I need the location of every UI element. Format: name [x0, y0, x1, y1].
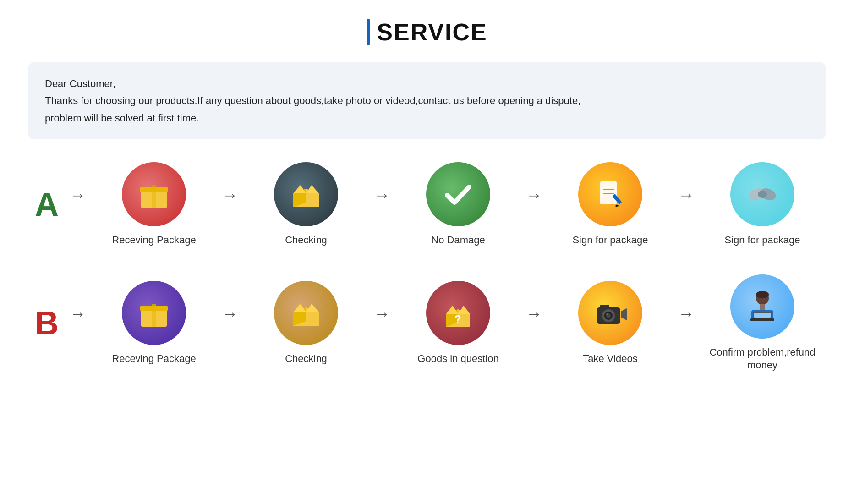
step-b5-label: Confirm problem,refundmoney — [709, 346, 815, 372]
icon-handshake-blue — [730, 162, 794, 226]
svg-marker-37 — [621, 308, 627, 320]
icon-package-red — [122, 162, 186, 226]
svg-rect-38 — [605, 305, 609, 308]
svg-rect-43 — [750, 318, 774, 321]
arrow-a4: → — [673, 186, 699, 205]
icon-box-open-teal — [274, 162, 338, 226]
step-b2-label: Checking — [285, 352, 327, 366]
notice-line1: Dear Customer, — [45, 75, 809, 92]
page-title-section: SERVICE — [367, 18, 487, 46]
arrow-a1: → — [217, 186, 243, 205]
svg-marker-7 — [306, 185, 319, 193]
step-b2: Checking — [243, 281, 369, 366]
step-a1: Receving Package — [91, 162, 217, 247]
step-a4: Sign for package — [547, 162, 673, 247]
arrow-a0: → — [65, 186, 91, 205]
letter-a: A — [28, 186, 65, 223]
step-b3-label: Goods in question — [417, 352, 498, 366]
icon-checkmark-green — [426, 162, 490, 226]
arrow-b1: → — [217, 304, 243, 323]
arrow-b0: → — [65, 304, 91, 323]
letter-b: B — [28, 304, 65, 342]
step-a4-label: Sign for package — [572, 234, 648, 247]
arrow-a2: → — [369, 186, 395, 205]
icon-camera-yellow — [578, 281, 642, 345]
svg-rect-21 — [152, 304, 156, 306]
step-a5-label: Sign for package — [724, 234, 800, 247]
svg-point-40 — [756, 291, 769, 298]
icon-person-sky — [730, 274, 794, 339]
notice-box: Dear Customer, Thanks for choosing our p… — [28, 62, 826, 139]
icon-box-open-tan — [274, 281, 338, 345]
svg-point-35 — [606, 313, 608, 315]
svg-text:?: ? — [454, 313, 461, 325]
step-a1-label: Receving Package — [112, 234, 196, 247]
step-a2: Checking — [243, 162, 369, 247]
flow-section: A → Receving Package → — [28, 162, 826, 372]
step-b4: Take Videos — [547, 281, 673, 366]
step-b1: Receving Package — [91, 281, 217, 366]
title-accent-bar — [367, 19, 370, 45]
step-a3: No Damage — [395, 162, 521, 247]
icon-package-purple — [122, 281, 186, 345]
flow-row-b: B → Receving Package → — [28, 274, 826, 372]
svg-point-17 — [758, 191, 767, 198]
arrow-b3: → — [521, 304, 547, 323]
svg-rect-42 — [760, 304, 765, 310]
step-b1-label: Receving Package — [112, 352, 196, 366]
svg-marker-25 — [306, 304, 319, 312]
step-b3: ? Goods in question — [395, 281, 521, 366]
svg-rect-45 — [754, 313, 771, 318]
arrow-b4: → — [673, 304, 699, 323]
svg-rect-2 — [152, 187, 156, 208]
svg-marker-24 — [293, 304, 306, 312]
page-title: SERVICE — [377, 18, 487, 46]
step-a2-label: Checking — [285, 234, 327, 247]
svg-marker-6 — [293, 185, 306, 193]
step-a3-label: No Damage — [431, 234, 485, 247]
svg-rect-20 — [152, 306, 156, 327]
icon-sign-orange — [578, 162, 642, 226]
step-b4-label: Take Videos — [583, 352, 637, 366]
arrow-a3: → — [521, 186, 547, 205]
flow-row-a: A → Receving Package → — [28, 162, 826, 247]
notice-line3: problem will be solved at first time. — [45, 110, 809, 126]
arrow-b2: → — [369, 304, 395, 323]
step-b5: Confirm problem,refundmoney — [699, 274, 826, 372]
svg-rect-3 — [152, 185, 156, 187]
icon-question-crimson: ? — [426, 281, 490, 345]
notice-line2: Thanks for choosing our products.If any … — [45, 92, 809, 109]
step-a5: Sign for package — [699, 162, 826, 247]
